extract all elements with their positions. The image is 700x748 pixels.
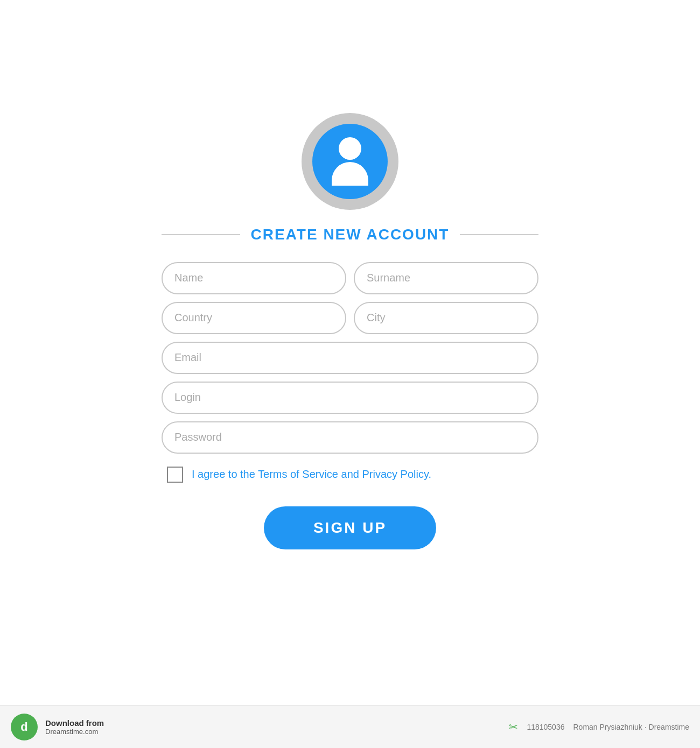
author-text: Roman Prysiazhniuk · Dreamstime [573, 723, 689, 731]
bottom-right-section: ✂ 118105036 Roman Prysiazhniuk · Dreamst… [509, 721, 689, 733]
country-input[interactable] [162, 302, 346, 334]
dreamstime-logo-icon: d [11, 714, 38, 740]
person-head-icon [339, 137, 361, 160]
bottom-left-section: d Download from Dreamstime.com [11, 714, 104, 740]
name-surname-row [162, 262, 538, 294]
country-city-row [162, 302, 538, 334]
surname-input[interactable] [354, 262, 538, 294]
name-input[interactable] [162, 262, 346, 294]
signup-button[interactable]: SIGN UP [264, 506, 436, 549]
email-input[interactable] [162, 342, 538, 374]
site-text: Dreamstime.com [45, 728, 104, 736]
avatar-outer-ring [302, 113, 398, 210]
title-row: CREATE NEW ACCOUNT [162, 226, 538, 243]
email-row [162, 342, 538, 374]
login-input[interactable] [162, 382, 538, 414]
avatar-inner-circle [312, 124, 388, 199]
terms-label: I agree to the Terms of Service and Priv… [192, 468, 431, 481]
scissors-icon: ✂ [509, 721, 518, 733]
dreamstime-logo-letter: d [20, 720, 27, 734]
password-input[interactable] [162, 421, 538, 454]
person-icon [332, 137, 368, 186]
city-input[interactable] [354, 302, 538, 334]
page-title: CREATE NEW ACCOUNT [251, 226, 450, 243]
title-line-right [460, 234, 538, 235]
dreamstime-text-block: Download from Dreamstime.com [45, 718, 104, 736]
password-row [162, 421, 538, 454]
terms-checkbox-row: I agree to the Terms of Service and Priv… [167, 467, 538, 483]
person-body-icon [332, 162, 368, 186]
login-row [162, 382, 538, 414]
download-text: Download from [45, 718, 104, 728]
image-id: 118105036 [527, 723, 564, 731]
terms-checkbox[interactable] [167, 467, 183, 483]
form-container: I agree to the Terms of Service and Priv… [162, 262, 538, 549]
main-content: CREATE NEW ACCOUNT I agree to th [0, 0, 700, 705]
title-line-left [162, 234, 240, 235]
avatar-container [302, 113, 398, 210]
bottom-bar: d Download from Dreamstime.com ✂ 1181050… [0, 705, 700, 748]
